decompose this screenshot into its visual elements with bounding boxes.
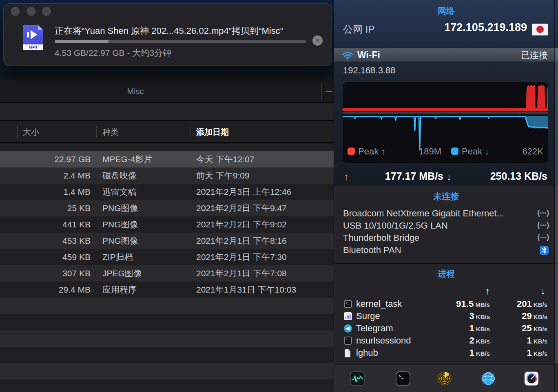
finder-window: Misc 大小 种类 添加日期 22.97 GB MPEG-4影片 今天 下午1… — [0, 80, 334, 392]
process-upload-unit: MB/s — [475, 301, 490, 308]
row-size: 2.4 MB — [0, 167, 91, 184]
table-row[interactable]: 25 KB PNG图像 2021年2月2日 下午9:47 — [0, 200, 334, 216]
activity-monitor-icon[interactable] — [350, 371, 365, 386]
row-date: 2021年2月2日 下午9:47 — [196, 200, 287, 216]
table-row[interactable]: 441 KB PNG图像 2021年2月2日 下午9:02 — [0, 216, 334, 233]
row-size: 441 KB — [0, 216, 91, 233]
empty-row — [0, 347, 334, 363]
finder-toolbar — [0, 103, 334, 121]
row-size: 307 KB — [0, 265, 91, 282]
graph-midline — [343, 112, 548, 114]
table-row[interactable]: 22.97 GB MPEG-4影片 今天 下午12:07 — [0, 151, 334, 167]
download-speed-value: 250.13 KB/s — [461, 170, 547, 182]
copy-title: 正在将“Yuan Shen 原神 202...45.26.02.mp4”拷贝到“… — [55, 25, 312, 37]
column-header-kind[interactable]: 种类 — [102, 121, 119, 143]
screen: Misc 大小 种类 添加日期 22.97 GB MPEG-4影片 今天 下午1… — [0, 0, 558, 392]
speed-gauge-icon[interactable] — [524, 371, 539, 386]
list-top-gap — [0, 143, 334, 150]
upload-column-header[interactable]: ↑ — [449, 286, 490, 297]
empty-row — [0, 379, 334, 392]
process-download: 1KB/s — [491, 347, 547, 359]
ethernet-icon: ⟨···⟩ — [537, 233, 549, 242]
traffic-light-close[interactable] — [11, 7, 20, 16]
cancel-copy-button[interactable]: ✕ — [312, 35, 323, 46]
row-size: 1.4 MB — [0, 184, 91, 200]
process-upload: 1KB/s — [432, 347, 490, 359]
network-panel: 网络 公网 IP 172.105.219.189 Wi-Fi 已连接 192.1… — [334, 0, 558, 392]
finder-titlebar[interactable]: Misc — [0, 80, 334, 103]
interface-row[interactable]: Broadcom NetXtreme Gigabit Ethernet... ⟨… — [334, 207, 558, 220]
process-row[interactable]: lghub 1KB/s 1KB/s — [334, 347, 558, 359]
table-row[interactable]: 1.4 MB 迅雷文稿 2021年2月3日 上午12:46 — [0, 184, 334, 200]
process-download: 201KB/s — [491, 298, 547, 310]
process-upload-number: 91.5 — [456, 299, 474, 309]
upload-arrow-icon: ↑ — [344, 171, 349, 183]
window-title: Misc — [0, 80, 271, 103]
interface-row[interactable]: Bluetooth PAN — [334, 244, 558, 256]
column-divider[interactable] — [190, 126, 190, 138]
process-download-number: 25 — [522, 323, 531, 333]
process-row[interactable]: Telegram 1KB/s 25KB/s — [334, 322, 558, 335]
copy-status-text: 4.53 GB/22.97 GB - 大约3分钟 — [55, 47, 171, 59]
interface-row[interactable]: Thunderbolt Bridge ⟨···⟩ — [334, 232, 558, 244]
table-header-row: 大小 种类 添加日期 — [0, 121, 334, 143]
network-globe-icon[interactable] — [481, 371, 496, 386]
terminal-icon: >_ — [344, 300, 352, 308]
process-row[interactable]: Surge 3KB/s 29KB/s — [334, 310, 558, 322]
section-title-disconnected: 未连接 — [334, 191, 558, 202]
terminal-app-icon[interactable]: >_ — [396, 371, 410, 386]
interface-row[interactable]: USB 10/100/1G/2.5G LAN ⟨···⟩ — [334, 220, 558, 232]
wifi-details-section: 192.168.3.88 Peak ↑ 189M Peak ↓ 622K ↑ 1… — [334, 62, 558, 186]
row-size: 459 KB — [0, 249, 91, 265]
peak-upload-legend-swatch — [348, 148, 355, 155]
row-date: 前天 下午9:09 — [196, 167, 250, 184]
upload-speed-value: 177.17 MB/s — [357, 170, 443, 182]
row-date: 2021年2月1日 下午7:08 — [196, 265, 287, 282]
empty-row — [0, 298, 334, 314]
file-icon-fold — [38, 25, 43, 30]
process-name: nsurlsessiond — [356, 335, 411, 347]
graph-midline-2 — [343, 115, 548, 116]
column-header-size[interactable]: 大小 — [23, 121, 39, 143]
row-date: 2021年2月3日 上午12:46 — [196, 184, 291, 200]
process-name: Surge — [356, 310, 380, 322]
panel-scrollbar-thumb[interactable] — [555, 48, 558, 364]
copy-progress-bar — [55, 40, 306, 43]
table-row[interactable]: 459 KB ZIP归档 2021年2月1日 下午7:30 — [0, 249, 334, 265]
process-download: 29KB/s — [491, 310, 547, 322]
wifi-interface-row[interactable]: Wi-Fi 已连接 — [334, 48, 558, 62]
table-row[interactable]: 453 KB PNG图像 2021年2月1日 下午8:16 — [0, 233, 334, 249]
row-kind: MPEG-4影片 — [102, 151, 153, 167]
table-row[interactable]: 2.4 MB 磁盘映像 前天 下午9:09 — [0, 167, 334, 184]
column-header-date-added[interactable]: 添加日期 — [196, 121, 229, 143]
row-date: 今天 下午12:07 — [196, 151, 254, 167]
process-upload: 1KB/s — [432, 322, 490, 335]
traffic-light-zoom[interactable] — [42, 7, 51, 16]
minus-icon[interactable] — [326, 91, 332, 92]
row-size: 22.97 GB — [0, 151, 91, 167]
process-download-unit: KB/s — [534, 350, 547, 357]
processes-section: 进程 ↑ ↓ >_ kernel_task 91.5MB/s 201KB/s S… — [334, 264, 558, 364]
row-date: 2021年2月2日 下午9:02 — [196, 216, 287, 233]
traffic-light-minimize[interactable] — [27, 7, 35, 16]
process-name: lghub — [356, 347, 378, 359]
download-column-header[interactable]: ↓ — [503, 286, 545, 297]
network-radar-icon[interactable] — [437, 371, 452, 386]
row-size: 25 KB — [0, 200, 91, 216]
process-row[interactable]: >_ nsurlsessiond 2KB/s 1KB/s — [334, 335, 558, 347]
mp4-file-icon: MP4 — [23, 25, 43, 50]
table-row[interactable]: 307 KB JPEG图像 2021年2月1日 下午7:08 — [0, 265, 334, 282]
process-row[interactable]: >_ kernel_task 91.5MB/s 201KB/s — [334, 298, 558, 310]
column-divider[interactable] — [96, 126, 97, 138]
column-divider[interactable] — [17, 126, 18, 138]
process-upload-unit: KB/s — [476, 313, 490, 320]
peak-upload-value: 189M — [404, 146, 441, 157]
download-arrow-icon: ↓ — [447, 171, 452, 183]
local-ip-value: 192.168.3.88 — [343, 65, 395, 76]
process-upload-unit: KB/s — [476, 350, 490, 357]
process-name: Telegram — [356, 322, 393, 335]
network-traffic-graph[interactable]: Peak ↑ 189M Peak ↓ 622K — [343, 82, 548, 163]
row-size: 29.4 MB — [0, 282, 91, 298]
row-kind: ZIP归档 — [102, 249, 133, 265]
table-row[interactable]: 29.4 MB 应用程序 2021年1月31日 下午10:03 — [0, 282, 334, 298]
